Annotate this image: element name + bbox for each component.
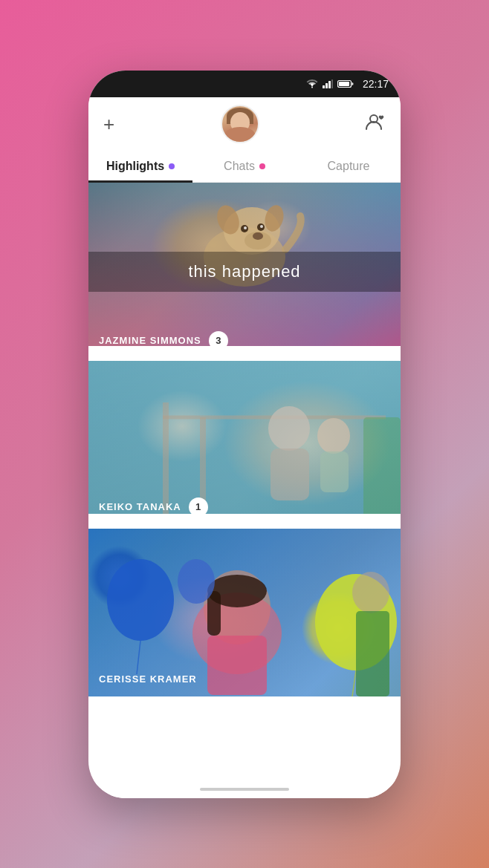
svg-point-25 (107, 559, 174, 641)
tab-chats-label: Chats (224, 160, 255, 173)
svg-rect-1 (326, 83, 328, 88)
svg-rect-5 (339, 82, 349, 86)
tabs: Highlights Chats Capture (88, 151, 401, 183)
header: + (88, 97, 401, 151)
avatar-body (225, 127, 255, 142)
story-bg-3: CERISSE KRAMER (88, 526, 401, 696)
wifi-icon (306, 79, 318, 88)
home-indicator (88, 780, 401, 798)
svg-rect-23 (320, 451, 349, 492)
svg-point-34 (352, 572, 389, 613)
svg-line-26 (137, 641, 140, 674)
add-button[interactable]: + (103, 114, 114, 134)
card-name-2: KEIKO TANAKA (99, 501, 181, 512)
phone-frame: 22:17 + Highlights Chats Captu (88, 71, 401, 798)
svg-point-20 (268, 406, 310, 451)
tab-chats[interactable]: Chats (192, 151, 297, 182)
svg-rect-24 (363, 417, 401, 529)
wavy-divider-2 (88, 514, 401, 529)
svg-point-12 (253, 232, 263, 240)
svg-point-16 (260, 225, 263, 228)
profile-icon[interactable] (365, 113, 386, 135)
svg-point-36 (178, 559, 215, 604)
signal-icon (323, 79, 333, 88)
content-area: this happened JAZMINE SIMMONS 3 (88, 183, 401, 780)
svg-rect-3 (331, 79, 333, 88)
story-bg-1: this happened JAZMINE SIMMONS 3 (88, 183, 401, 361)
card-label-3: CERISSE KRAMER (99, 673, 197, 685)
story-card-1[interactable]: this happened JAZMINE SIMMONS 3 (88, 183, 401, 361)
tab-capture-label: Capture (328, 160, 370, 173)
tab-highlights[interactable]: Highlights (88, 151, 192, 182)
avatar[interactable] (221, 105, 259, 143)
wave-svg-2 (88, 514, 401, 529)
person-heart-icon (365, 113, 386, 131)
svg-rect-33 (207, 591, 221, 636)
card-name-1: JAZMINE SIMMONS (99, 335, 201, 346)
story-bg-2: KEIKO TANAKA 1 (88, 358, 401, 529)
tab-capture[interactable]: Capture (297, 151, 401, 182)
tab-chats-dot (259, 163, 265, 169)
status-icons: 22:17 (306, 78, 389, 90)
status-bar: 22:17 (88, 71, 401, 97)
story-card-2[interactable]: KEIKO TANAKA 1 (88, 358, 401, 529)
svg-rect-21 (271, 448, 309, 500)
wavy-divider-1 (88, 346, 401, 361)
wave-svg-1 (88, 346, 401, 361)
tab-highlights-dot (169, 163, 175, 169)
svg-rect-2 (328, 81, 331, 88)
svg-rect-0 (323, 85, 325, 88)
tab-highlights-label: Highlights (106, 160, 164, 173)
svg-rect-35 (356, 611, 389, 696)
home-bar (200, 788, 289, 791)
svg-rect-31 (207, 636, 267, 695)
overlay-text-banner-1: this happened (88, 252, 401, 292)
svg-point-15 (244, 226, 247, 229)
svg-line-28 (352, 670, 356, 696)
story-card-3[interactable]: CERISSE KRAMER (88, 526, 401, 696)
overlay-text-1: this happened (188, 262, 300, 281)
battery-icon (337, 79, 354, 88)
card-name-3: CERISSE KRAMER (99, 673, 197, 685)
status-time: 22:17 (363, 78, 389, 90)
svg-point-22 (317, 418, 350, 454)
balloon-illustration (88, 526, 401, 696)
